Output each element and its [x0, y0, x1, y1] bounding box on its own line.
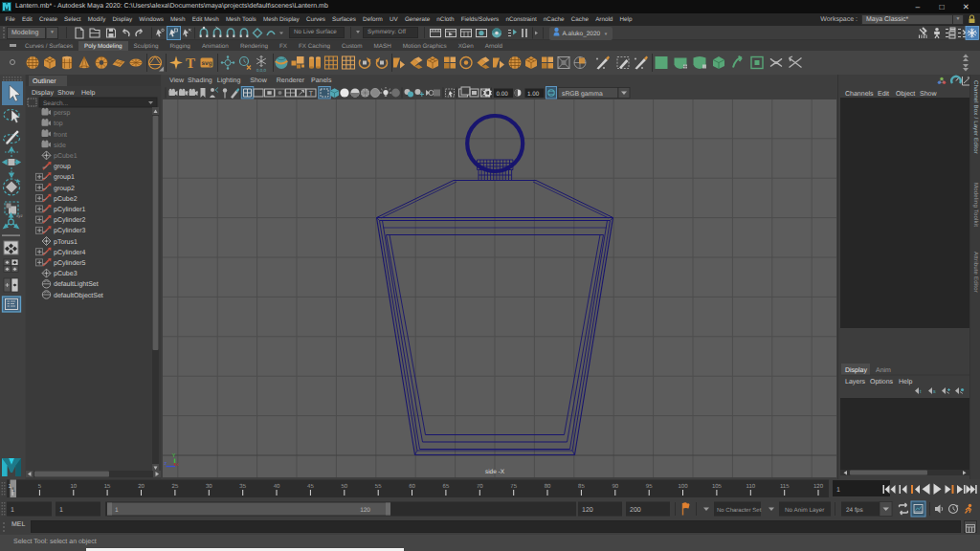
svg-text:50: 50: [341, 483, 347, 490]
svg-text:35: 35: [239, 483, 246, 490]
svg-text:120: 120: [813, 483, 824, 490]
svg-text:Help: Help: [899, 378, 913, 386]
svg-text:pCylinder3: pCylinder3: [54, 227, 86, 234]
svg-text:1: 1: [59, 507, 63, 514]
svg-text:1.00: 1.00: [527, 91, 540, 98]
svg-text:24 fps: 24 fps: [846, 507, 863, 514]
svg-text:pCube1: pCube1: [54, 152, 78, 160]
svg-text:persp: persp: [54, 110, 71, 117]
svg-text:70: 70: [477, 483, 483, 490]
svg-text:1: 1: [11, 507, 14, 514]
svg-text:pCube3: pCube3: [54, 270, 78, 277]
svg-text:Channels: Channels: [845, 90, 874, 98]
svg-text:svg: svg: [201, 60, 212, 67]
svg-text:105: 105: [712, 483, 723, 490]
svg-text:Display: Display: [32, 89, 54, 97]
svg-text:T: T: [309, 91, 314, 98]
svg-text:110: 110: [746, 483, 756, 490]
svg-text:Object: Object: [896, 90, 915, 98]
svg-text:z: z: [165, 461, 167, 467]
svg-text:Show: Show: [57, 89, 75, 97]
svg-text:Anim: Anim: [876, 366, 891, 374]
svg-text:front: front: [54, 131, 67, 139]
svg-text:200: 200: [630, 507, 641, 514]
svg-text:pCylinder5: pCylinder5: [54, 259, 86, 267]
svg-text:side: side: [54, 142, 66, 149]
svg-text:Y: Y: [172, 452, 176, 459]
svg-text:85: 85: [578, 483, 585, 490]
svg-text:90: 90: [612, 483, 618, 490]
svg-text:defaultLightSet: defaultLightSet: [54, 280, 99, 288]
svg-text:group: group: [54, 164, 71, 170]
svg-text:115: 115: [780, 483, 790, 490]
svg-text:side -X: side -X: [485, 469, 505, 475]
svg-text:0,0,0: 0,0,0: [256, 68, 267, 73]
svg-text:20: 20: [138, 483, 145, 490]
svg-text:Options: Options: [870, 378, 894, 386]
svg-text:Search...: Search...: [43, 100, 68, 107]
svg-text:defaultObjectSet: defaultObjectSet: [54, 292, 103, 299]
svg-text:10: 10: [70, 483, 77, 490]
svg-text:45: 45: [307, 483, 314, 490]
svg-text:0.00: 0.00: [497, 91, 509, 98]
svg-text:xyz: xyz: [16, 213, 24, 218]
svg-text:Show: Show: [920, 90, 937, 98]
svg-text:Help: Help: [81, 89, 96, 97]
svg-text:pCube2: pCube2: [54, 195, 78, 203]
svg-text:95: 95: [646, 483, 653, 490]
svg-text:1: 1: [115, 507, 119, 514]
svg-text:Outliner: Outliner: [33, 77, 56, 85]
svg-text:Display: Display: [845, 366, 867, 374]
svg-text:75: 75: [510, 483, 517, 490]
svg-text:65: 65: [443, 483, 450, 490]
svg-text:pCylinder1: pCylinder1: [54, 206, 86, 213]
svg-text:top: top: [54, 121, 63, 127]
svg-text:100: 100: [678, 483, 688, 490]
svg-text:Edit: Edit: [878, 90, 889, 98]
svg-text:pTorus1: pTorus1: [54, 239, 78, 246]
svg-text:group1: group1: [54, 174, 75, 181]
svg-text:sRGB gamma: sRGB gamma: [562, 91, 603, 98]
svg-text:120: 120: [582, 507, 593, 514]
svg-text:60: 60: [409, 483, 415, 490]
svg-text:No Anim Layer: No Anim Layer: [785, 507, 824, 514]
svg-text:25: 25: [172, 483, 179, 490]
svg-text:55: 55: [375, 483, 382, 490]
svg-text:120: 120: [360, 507, 370, 514]
svg-text:80: 80: [545, 483, 551, 490]
svg-text:40: 40: [274, 483, 280, 490]
svg-text:30: 30: [206, 483, 212, 490]
svg-text:15: 15: [104, 483, 111, 490]
svg-text:1: 1: [836, 487, 840, 494]
svg-text:No Character Set: No Character Set: [717, 507, 762, 514]
svg-text:group2: group2: [54, 186, 75, 192]
svg-text:T: T: [186, 56, 195, 72]
svg-text:pCylinder2: pCylinder2: [54, 216, 86, 224]
svg-text:pCylinder4: pCylinder4: [54, 249, 86, 256]
svg-text:Layers: Layers: [845, 379, 866, 386]
svg-text:s: s: [933, 389, 936, 395]
